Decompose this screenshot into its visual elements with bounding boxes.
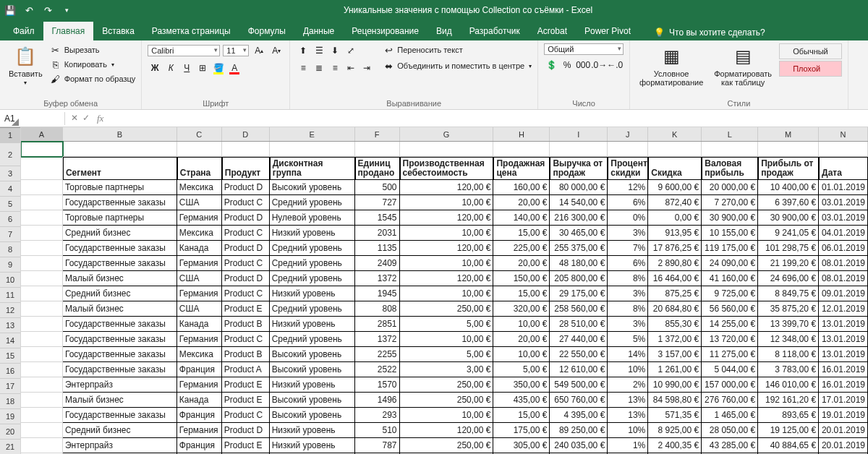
cell[interactable]	[21, 301, 63, 317]
cell[interactable]: 5 044,00 €	[702, 362, 758, 377]
style-bad[interactable]: Плохой	[779, 61, 842, 77]
cell[interactable]: Скидка	[648, 157, 702, 180]
cell[interactable]: 216 300,00 €	[550, 210, 608, 226]
row-header[interactable]: 16	[0, 364, 20, 379]
cell[interactable]: 9 241,05 €	[758, 226, 819, 241]
cell[interactable]: Product D	[222, 180, 270, 195]
cell[interactable]: 250,00 €	[400, 438, 494, 453]
cell[interactable]: 1496	[355, 393, 400, 408]
tab-разработчик[interactable]: Разработчик	[461, 22, 529, 40]
cell[interactable]: 872,40 €	[648, 195, 702, 210]
cancel-icon[interactable]: ✕	[71, 113, 78, 124]
cell[interactable]: 435,00 €	[493, 393, 550, 408]
cell[interactable]: 28 510,00 €	[550, 317, 608, 332]
align-bottom-button[interactable]: ⬇	[328, 43, 342, 58]
cell[interactable]: Нулевой уровень	[270, 210, 355, 226]
save-icon[interactable]: 💾	[4, 4, 16, 16]
cell[interactable]: 8 118,00 €	[758, 347, 819, 362]
cell[interactable]: Product E	[222, 438, 270, 453]
cell[interactable]: 9 600,00 €	[648, 180, 702, 195]
cell[interactable]: 0,00 €	[648, 210, 702, 226]
cell[interactable]: 150,00 €	[493, 271, 550, 286]
cell[interactable]: Низкий уровень	[270, 286, 355, 301]
cell[interactable]: 22 550,00 €	[550, 347, 608, 362]
dec-decimal-button[interactable]: ←.0	[608, 58, 622, 72]
cell[interactable]	[21, 286, 63, 301]
tab-формулы[interactable]: Формулы	[239, 22, 294, 40]
tab-файл[interactable]: Файл	[4, 22, 43, 40]
col-header-K[interactable]: K	[648, 127, 702, 141]
cell[interactable]: Product C	[222, 408, 270, 423]
cell[interactable]: Низкий уровень	[270, 226, 355, 241]
indent-inc-button[interactable]: ⇥	[359, 61, 374, 75]
cell[interactable]: Германия	[177, 256, 222, 271]
cell[interactable]: 7 270,00 €	[702, 195, 758, 210]
cell[interactable]: 727	[355, 195, 400, 210]
cell[interactable]: 84 598,80 €	[648, 393, 702, 408]
cell[interactable]: Высокий уровень	[270, 408, 355, 423]
align-top-button[interactable]: ⬆	[296, 43, 310, 58]
cell[interactable]: 258 560,00 €	[550, 301, 608, 317]
paste-button[interactable]: 📋 Вставить ▾	[6, 43, 46, 87]
cell[interactable]: 549 500,00 €	[550, 377, 608, 393]
underline-button[interactable]: Ч	[179, 61, 194, 75]
cell[interactable]: Product C	[222, 226, 270, 241]
cell[interactable]: 1 261,00 €	[648, 362, 702, 377]
cell[interactable]: 3%	[608, 317, 648, 332]
cell[interactable]: 28 050,00 €	[702, 423, 758, 438]
cell[interactable]: 19.01.2019	[819, 408, 868, 423]
currency-button[interactable]: 💲	[544, 58, 558, 72]
cell[interactable]: 24 696,00 €	[758, 271, 819, 286]
cell[interactable]: Product C	[222, 195, 270, 210]
cell[interactable]	[63, 142, 177, 157]
cell[interactable]: 2%	[608, 377, 648, 393]
cell[interactable]	[21, 438, 63, 453]
cell[interactable]: 13 399,70 €	[758, 317, 819, 332]
cell[interactable]: Франция	[177, 438, 222, 453]
cell[interactable]: 24 090,00 €	[702, 256, 758, 271]
cell[interactable]: 15,00 €	[493, 408, 550, 423]
enter-icon[interactable]: ✓	[82, 113, 90, 124]
cell[interactable]: Государственные заказы	[63, 362, 177, 377]
wrap-text-button[interactable]: ↩Переносить текст	[383, 43, 532, 56]
cell[interactable]: 571,35 €	[648, 408, 702, 423]
cell[interactable]: 20 000,00 €	[702, 180, 758, 195]
row-header[interactable]: 17	[0, 379, 20, 394]
cell[interactable]: 10,00 €	[400, 226, 494, 241]
cell[interactable]: 08.01.2019	[819, 271, 868, 286]
cell[interactable]: 12 348,00 €	[758, 332, 819, 347]
cell[interactable]: 140,00 €	[493, 210, 550, 226]
shrink-font-button[interactable]: A▾	[269, 43, 284, 58]
cell[interactable]: 205 800,00 €	[550, 271, 608, 286]
cell[interactable]	[608, 142, 648, 157]
cell[interactable]: 119 175,00 €	[702, 241, 758, 256]
cell[interactable]: Германия	[177, 377, 222, 393]
cell[interactable]	[21, 377, 63, 393]
cell[interactable]: 15,00 €	[493, 226, 550, 241]
cell[interactable]: 120,00 €	[400, 423, 494, 438]
cell[interactable]: 13.01.2019	[819, 317, 868, 332]
cell[interactable]: 48 180,00 €	[550, 256, 608, 271]
cell[interactable]: 11 275,00 €	[702, 347, 758, 362]
cell[interactable]: 20.01.2019	[819, 423, 868, 438]
col-header-M[interactable]: M	[758, 127, 819, 141]
cell[interactable]	[222, 142, 270, 157]
cell[interactable]: 29 175,00 €	[550, 286, 608, 301]
cell[interactable]: 120,00 €	[400, 271, 494, 286]
cell[interactable]: 240 035,00 €	[550, 438, 608, 453]
cell[interactable]: Франция	[177, 362, 222, 377]
cell[interactable]: 650 760,00 €	[550, 393, 608, 408]
cell[interactable]: Product A	[222, 362, 270, 377]
cell[interactable]: 20.01.2019	[819, 438, 868, 453]
cell[interactable]: Высокий уровень	[270, 347, 355, 362]
cell[interactable]: 1 372,00 €	[648, 332, 702, 347]
copy-button[interactable]: ⎘Копировать▾	[50, 58, 136, 71]
cell[interactable]: 89 250,00 €	[550, 423, 608, 438]
cell[interactable]	[355, 142, 400, 157]
cell[interactable]: 1135	[355, 241, 400, 256]
cell[interactable]: Дисконтная группа	[270, 157, 355, 180]
cell[interactable]	[21, 180, 63, 195]
cell[interactable]: 2031	[355, 226, 400, 241]
cell[interactable]: Средний уровень	[270, 332, 355, 347]
cell[interactable]	[550, 142, 608, 157]
